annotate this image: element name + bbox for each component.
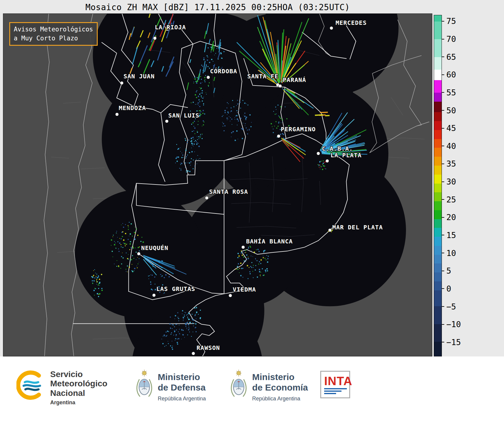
colorbar-tick-mark bbox=[442, 39, 444, 39]
defensa-wordmark: Ministerio de Defensa República Argentin… bbox=[158, 372, 206, 402]
colorbar-tick-0: 0 bbox=[442, 284, 451, 293]
colorbar-tick-mark bbox=[442, 164, 444, 164]
city-label-mar-del-plata: MAR DEL PLATA bbox=[332, 224, 383, 231]
colorbar-tick-mark bbox=[442, 199, 444, 200]
city-marker-la-plata bbox=[326, 159, 329, 163]
smn-logo-icon bbox=[16, 370, 46, 400]
colorbar-tick-35: 35 bbox=[442, 159, 456, 169]
colorbar-tick-label: 75 bbox=[446, 16, 456, 26]
colorbar-tick-25: 25 bbox=[442, 195, 456, 204]
economia-subtitle: República Argentina bbox=[252, 396, 308, 402]
city-marker-mar-del-plata bbox=[328, 228, 332, 232]
city-marker-bahía-blanca bbox=[241, 246, 245, 249]
colorbar-tick-mark bbox=[442, 74, 444, 75]
city-label-mendoza: MENDOZA bbox=[119, 104, 146, 112]
inta-waves-icon bbox=[324, 387, 346, 394]
colorbar-tick-70: 70 bbox=[442, 34, 456, 44]
colorbar-tick-label: 40 bbox=[446, 141, 456, 151]
colorbar-tick-label: −15 bbox=[446, 338, 461, 347]
inta-logo: INTA bbox=[320, 371, 350, 398]
city-marker-neuquén bbox=[137, 252, 140, 255]
radar-product-page: { "title": "Mosaico ZH MAX [dBZ] 17.11.2… bbox=[0, 0, 504, 430]
colorbar-tick-60: 60 bbox=[442, 70, 456, 80]
colorbar-tick-75: 75 bbox=[442, 16, 456, 26]
colorbar-tick-label: 65 bbox=[446, 52, 456, 62]
city-label-la-rioja: LA RIOJA bbox=[155, 24, 186, 31]
colorbar-tick-label: 50 bbox=[446, 106, 456, 115]
city-label-c-a-b-a: C.A.B.A. bbox=[322, 145, 353, 152]
colorbar-tick-label: 35 bbox=[446, 159, 456, 168]
defensa-logo bbox=[135, 368, 154, 403]
colorbar-tick-10: 10 bbox=[442, 248, 456, 258]
colorbar-tick-mark bbox=[442, 271, 444, 271]
colorbar-tick-label: 45 bbox=[446, 123, 456, 133]
colorbar-tick-label: 15 bbox=[446, 231, 456, 240]
colorbar-tick-mark bbox=[442, 92, 444, 93]
defensa-coat-of-arms-icon bbox=[135, 368, 154, 402]
colorbar-tick-label: −10 bbox=[446, 320, 461, 329]
colorbar-tick-55: 55 bbox=[442, 88, 456, 97]
colorbar-tick--5: −5 bbox=[442, 302, 456, 311]
city-label-santa-fe: SANTA FE bbox=[247, 73, 278, 80]
city-label-bahía-blanca: BAHÍA BLANCA bbox=[246, 238, 293, 245]
warning-line-2: a Muy Corto Plazo bbox=[14, 34, 93, 43]
warning-box: Avisos Meteorológicos a Muy Corto Plazo bbox=[9, 22, 98, 46]
city-label-pergamino: PERGAMINO bbox=[281, 126, 316, 133]
colorbar-tick-mark bbox=[442, 306, 444, 307]
colorbar: 757065605550454035302520151050−5−10−15 bbox=[434, 15, 442, 356]
colorbar-tick-label: 55 bbox=[446, 88, 456, 97]
defensa-subtitle: República Argentina bbox=[158, 396, 206, 402]
city-label-santa-rosa: SANTA ROSA bbox=[209, 188, 248, 195]
defensa-title-line-2: de Defensa bbox=[158, 382, 206, 393]
city-marker-c-a-b-a bbox=[317, 152, 320, 155]
colorbar-tick-mark bbox=[442, 288, 444, 289]
colorbar-tick-label: 0 bbox=[446, 284, 451, 293]
colorbar-tick--15: −15 bbox=[442, 337, 461, 347]
city-marker-paraná bbox=[278, 84, 282, 88]
colorbar-tick-5: 5 bbox=[442, 266, 451, 276]
colorbar-tick-label: 30 bbox=[446, 177, 456, 186]
colorbar-tick-15: 15 bbox=[442, 230, 456, 240]
city-marker-san-juan bbox=[120, 81, 123, 85]
colorbar-scale bbox=[434, 15, 442, 356]
colorbar-tick-mark bbox=[442, 128, 444, 129]
city-marker-mercedes bbox=[330, 26, 333, 30]
economia-coat-of-arms-icon bbox=[229, 368, 248, 402]
colorbar-tick-mark bbox=[442, 21, 444, 22]
colorbar-tick-mark bbox=[442, 57, 444, 57]
city-label-mercedes: MERCEDES bbox=[336, 19, 367, 26]
map-canvas: MERCEDESLA RIOJASAN JUANCÓRDOBASANTA FEP… bbox=[3, 14, 432, 356]
radar-coverage-circle bbox=[102, 72, 236, 206]
smn-country: Argentina bbox=[50, 399, 107, 406]
city-label-viedma: VIEDMA bbox=[233, 286, 256, 293]
city-marker-viedma bbox=[229, 294, 232, 297]
city-label-san-luis: SAN LUIS bbox=[168, 112, 199, 119]
economia-title-line-2: de Economía bbox=[252, 382, 308, 393]
colorbar-tick-mark bbox=[442, 217, 444, 218]
city-label-las-grutas: LAS GRUTAS bbox=[156, 285, 195, 292]
city-label-rawson: RAWSON bbox=[197, 344, 220, 351]
colorbar-tick-45: 45 bbox=[442, 123, 456, 133]
colorbar-tick-mark bbox=[442, 324, 444, 325]
smn-logo bbox=[16, 370, 46, 401]
city-label-san-juan: SAN JUAN bbox=[124, 73, 155, 80]
defensa-title-line-1: Ministerio bbox=[158, 372, 206, 382]
city-marker-rawson bbox=[192, 352, 195, 355]
colorbar-tick--10: −10 bbox=[442, 320, 461, 329]
colorbar-tick-mark bbox=[442, 182, 444, 182]
city-label-córdoba: CÓRDOBA bbox=[210, 68, 237, 75]
city-label-la-plata: LA PLATA bbox=[330, 152, 361, 159]
colorbar-tick-mark bbox=[442, 253, 444, 253]
colorbar-tick-40: 40 bbox=[442, 141, 456, 151]
colorbar-tick-mark bbox=[442, 146, 444, 146]
colorbar-tick-label: 10 bbox=[446, 248, 456, 258]
city-marker-la-rioja bbox=[153, 36, 157, 40]
colorbar-tick-50: 50 bbox=[442, 106, 456, 115]
city-marker-san-luis bbox=[165, 120, 168, 123]
smn-name-line-2: Meteorológico bbox=[50, 379, 107, 388]
inta-label: INTA bbox=[324, 375, 346, 387]
city-marker-córdoba bbox=[207, 76, 210, 79]
map-title: Mosaico ZH MAX [dBZ] 17.11.2025 00:25HOA… bbox=[3, 2, 432, 12]
colorbar-tick-mark bbox=[442, 235, 444, 235]
colorbar-tick-label: −5 bbox=[446, 302, 456, 311]
